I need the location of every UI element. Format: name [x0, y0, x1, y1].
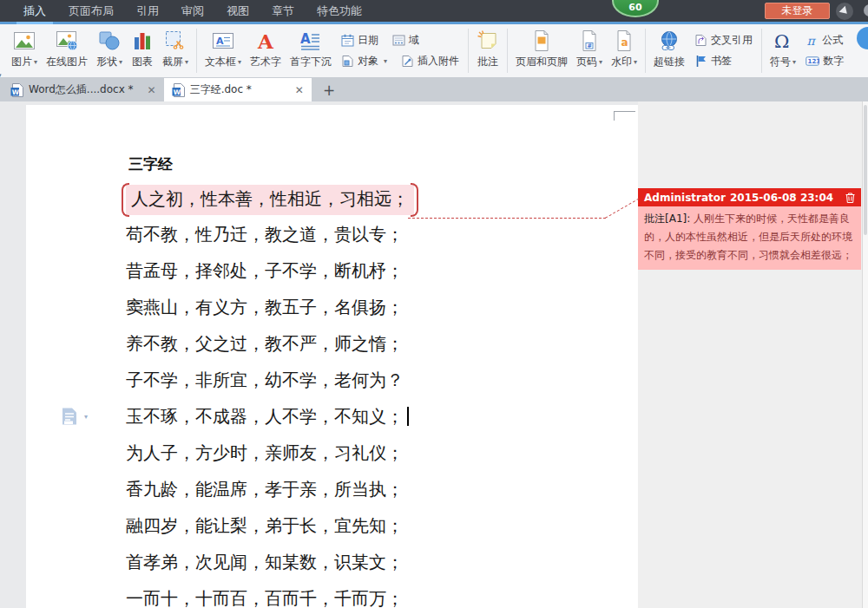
paste-options-button[interactable]: ▾ [61, 407, 88, 426]
commented-text-highlight[interactable]: 人之初，性本善，性相近，习相远； [126, 185, 414, 215]
text-cursor [407, 407, 409, 426]
bookmark-icon [694, 55, 707, 68]
ribbon-button-shapes[interactable]: 形状▾ [92, 24, 127, 77]
comment-label: 批注 [477, 55, 498, 69]
wordart-icon: A [254, 28, 277, 54]
ribbon-button-attachment[interactable]: 插入附件 [401, 54, 459, 69]
online-picture-label: 在线图片 [46, 55, 88, 69]
menu-tab[interactable]: 特色功能 [306, 0, 373, 22]
ribbon-button-header-footer[interactable]: 页眉和页脚 [511, 24, 572, 77]
dropcap-icon: A [299, 28, 322, 54]
screenshot-icon [164, 28, 187, 54]
doc-tab-word-howto[interactable]: W Word怎么插....docx * ✕ [3, 78, 164, 101]
dropdown-arrow: ▾ [599, 58, 602, 66]
ribbon-button-symbol[interactable]: Ω 符号▾ [766, 24, 800, 77]
menu-tab[interactable]: 审阅 [170, 0, 215, 22]
menu-tab[interactable]: 引用 [125, 0, 170, 22]
ribbon-separator [761, 29, 762, 73]
doc-line: 苟不教，性乃迁，教之道，贵以专； [126, 216, 414, 252]
ribbon-group-math: π 公式 123 数字 [800, 24, 849, 77]
ribbon-button-bookmark[interactable]: 书签 [694, 54, 732, 69]
comment-box[interactable]: Administrator 2015-06-08 23:04 批注[A1]: 人… [638, 188, 861, 270]
dropdown-arrow: ▾ [238, 58, 241, 66]
svg-text:123: 123 [808, 58, 819, 65]
trash-icon [845, 193, 855, 203]
ribbon-button-wordart[interactable]: A 艺术字 [246, 24, 286, 77]
doc-line: 玉不琢，不成器，人不学，不知义； [126, 398, 414, 435]
attachment-label: 插入附件 [418, 54, 459, 69]
ribbon-button-hyperlink[interactable]: 超链接 [649, 24, 689, 77]
login-button[interactable]: 未登录 [765, 3, 830, 19]
ribbon-button-date[interactable]: 日期 [341, 33, 378, 48]
shapes-icon [98, 28, 121, 54]
menu-tabs: 插入页面布局引用审阅视图章节特色功能 [12, 0, 373, 22]
watermark-label: 水印 [611, 55, 632, 69]
dropdown-arrow: ▾ [185, 58, 188, 66]
object-label: 对象 [358, 54, 378, 69]
svg-text:W: W [12, 88, 20, 95]
chart-label: 图表 [132, 55, 153, 69]
menu-tab[interactable]: 页面布局 [57, 0, 125, 22]
scrollbar-thumb[interactable] [864, 105, 867, 235]
ribbon-button-page-number[interactable]: # 页码▾ [572, 24, 607, 77]
delete-comment-button[interactable] [845, 193, 855, 203]
ribbon-button-field[interactable]: 域 [392, 33, 419, 48]
ribbon-button-online-picture[interactable]: 在线图片 [42, 24, 92, 77]
svg-text:π: π [807, 34, 817, 47]
menu-tab[interactable]: 章节 [260, 0, 306, 22]
dropdown-arrow: ▾ [34, 58, 37, 66]
ribbon-button-number[interactable]: 123 数字 [806, 54, 844, 69]
number-label: 数字 [823, 54, 844, 69]
ribbon-separator [645, 29, 646, 73]
skin-button[interactable] [836, 3, 853, 20]
comment-body: 批注[A1]: 人刚生下来的时候，天性都是善良的，人的本性虽然相近，但是后天所处… [638, 206, 861, 270]
ribbon-separator [468, 29, 469, 73]
wordart-label: 艺术字 [250, 55, 281, 69]
picture-icon [13, 28, 36, 54]
svg-text:A: A [257, 29, 274, 52]
doc-tab-label: Word怎么插....docx * [29, 82, 134, 97]
svg-text:Ω: Ω [774, 31, 789, 52]
textbox-icon: A [212, 28, 234, 54]
document-page[interactable]: 三字经 人之初，性本善，性相近，习相远； 苟不教，性乃迁，教之道，贵以专；昔孟母… [26, 105, 638, 608]
ribbon-button-picture[interactable]: 图片▾ [7, 24, 42, 77]
doc-tab-label: 三字经.doc * [190, 82, 252, 97]
chart-icon [131, 28, 154, 54]
doc-line: 子不学，非所宜，幼不学，老何为？ [126, 362, 414, 398]
header-footer-label: 页眉和页脚 [516, 55, 568, 69]
comment-leader-line [408, 218, 606, 219]
ribbon-button-screenshot[interactable]: 截屏▾ [158, 24, 193, 77]
ribbon-button-chart[interactable]: 图表 [127, 24, 158, 77]
document-tab-bar: W Word怎么插....docx * ✕ W 三字经.doc * ✕ + [0, 78, 868, 101]
dropdown-arrow: ▾ [384, 57, 387, 65]
ribbon: ▾ 图片▾ 在线图片 形状▾ 图表 截屏▾ A 文本框▾ A 艺术字 A 首字下… [0, 24, 868, 78]
new-tab-button[interactable]: + [312, 78, 346, 101]
ribbon-button-watermark[interactable]: a 水印▾ [607, 24, 641, 77]
comment-anchor-wrap: 人之初，性本善，性相近，习相远； [126, 183, 414, 216]
text-boundary-corner-mark [614, 111, 635, 121]
doc-tab-sanzijing[interactable]: W 三字经.doc * ✕ [164, 78, 312, 101]
ribbon-button-cross-reference[interactable]: 交叉引用 [694, 33, 753, 48]
close-tab-icon[interactable]: ✕ [295, 84, 304, 96]
menu-tab[interactable]: 插入 [12, 0, 57, 22]
doc-line: 一而十，十而百，百而千，千而万； [126, 580, 414, 608]
bookmark-label: 书签 [711, 54, 732, 69]
doc-line: 窦燕山，有义方，教五子，名俱扬； [126, 289, 414, 325]
ribbon-button-comment[interactable]: 批注 [472, 24, 503, 77]
comment-author: Administrator [644, 192, 726, 204]
word-doc-icon: W [172, 83, 185, 97]
close-tab-icon[interactable]: ✕ [148, 84, 156, 96]
dropdown-arrow: ▾ [792, 58, 796, 66]
ribbon-button-dropcap[interactable]: A 首字下沉 [286, 24, 336, 77]
dropdown-arrow: ▾ [119, 58, 122, 66]
badge-value: 60 [628, 2, 641, 13]
ribbon-button-formula[interactable]: π 公式 [806, 33, 843, 48]
ribbon-button-object[interactable]: 对象▾ [341, 54, 387, 69]
hyperlink-label: 超链接 [654, 55, 685, 69]
ribbon-button-textbox[interactable]: A 文本框▾ [201, 24, 246, 77]
menu-tab[interactable]: 视图 [215, 0, 260, 22]
vertical-scrollbar[interactable] [862, 101, 868, 608]
symbol-label: 符号 [770, 55, 791, 69]
doc-line: 香九龄，能温席，孝于亲，所当执； [126, 471, 414, 507]
picture-label: 图片 [11, 55, 32, 69]
